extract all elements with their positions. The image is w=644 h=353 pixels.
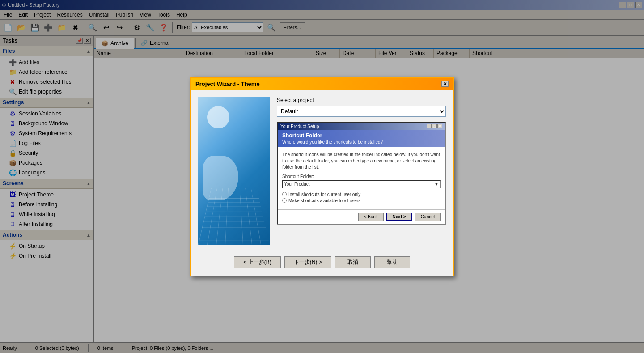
dialog-footer: < 上一步(B) 下一步(N) > 取消 幫助 bbox=[191, 252, 453, 276]
dialog-preview bbox=[198, 97, 270, 245]
select-project-label: Select a project bbox=[277, 97, 446, 103]
dialog-body: Select a project Default Classic Modern … bbox=[191, 90, 453, 252]
dialog-next-button[interactable]: 下一步(N) > bbox=[284, 256, 331, 268]
radio-circle-2 bbox=[282, 198, 287, 203]
inner-dropdown-icon: ▼ bbox=[434, 182, 439, 187]
inner-header: Shortcut Folder Where would you like the… bbox=[278, 130, 445, 147]
inner-description: The shortcut icons will be created in th… bbox=[282, 152, 441, 170]
inner-titlebar-controls: — □ ✕ bbox=[427, 124, 442, 128]
inner-back-button[interactable]: < Back bbox=[358, 213, 384, 221]
inner-next-button[interactable]: Next > bbox=[386, 213, 412, 221]
inner-window-title: Your Product Setup bbox=[280, 124, 319, 129]
inner-field-value: Your Product bbox=[284, 182, 309, 187]
inner-preview-window: Your Product Setup — □ ✕ Shortcut Folder… bbox=[277, 122, 446, 225]
project-select[interactable]: Default Classic Modern Blue bbox=[277, 106, 446, 117]
dialog-cancel-button[interactable]: 取消 bbox=[335, 256, 371, 268]
radio-label-1: Install shortcuts for current user only bbox=[288, 192, 360, 197]
inner-radio-2[interactable]: Make shortcuts available to all users bbox=[282, 198, 441, 203]
inner-field-input[interactable]: Your Product ▼ bbox=[282, 180, 441, 188]
inner-radio-1[interactable]: Install shortcuts for current user only bbox=[282, 192, 441, 197]
dialog-close-button[interactable]: ✕ bbox=[441, 81, 449, 87]
dialog-right: Select a project Default Classic Modern … bbox=[277, 97, 446, 245]
dialog-title: Project Wizard - Theme bbox=[195, 81, 260, 87]
moon-decoration bbox=[207, 106, 229, 128]
inner-field-label: Shortcut Folder: bbox=[282, 174, 441, 179]
dialog-back-button[interactable]: < 上一步(B) bbox=[234, 256, 280, 268]
inner-titlebar: Your Product Setup — □ ✕ bbox=[278, 123, 445, 130]
radio-label-2: Make shortcuts available to all users bbox=[288, 198, 360, 203]
inner-content: The shortcut icons will be created in th… bbox=[278, 147, 445, 209]
project-wizard-dialog: Project Wizard - Theme ✕ Select a projec… bbox=[190, 77, 454, 276]
inner-cancel-button[interactable]: Cancel bbox=[415, 213, 441, 221]
dialog-help-button[interactable]: 幫助 bbox=[374, 256, 410, 268]
radio-circle-1 bbox=[282, 192, 287, 196]
inner-header-subtitle: Where would you like the shortcuts to be… bbox=[282, 140, 441, 145]
inner-buttons: < Back Next > Cancel bbox=[278, 209, 445, 224]
inner-radio-group: Install shortcuts for current user only … bbox=[282, 192, 441, 203]
preview-art bbox=[198, 97, 270, 245]
inner-close-btn[interactable]: ✕ bbox=[437, 124, 442, 128]
inner-header-title: Shortcut Folder bbox=[282, 132, 441, 139]
dialog-titlebar: Project Wizard - Theme ✕ bbox=[191, 78, 453, 90]
inner-maximize-btn[interactable]: □ bbox=[432, 124, 437, 128]
inner-minimize-btn[interactable]: — bbox=[427, 124, 432, 128]
modal-overlay: Project Wizard - Theme ✕ Select a projec… bbox=[0, 0, 644, 353]
